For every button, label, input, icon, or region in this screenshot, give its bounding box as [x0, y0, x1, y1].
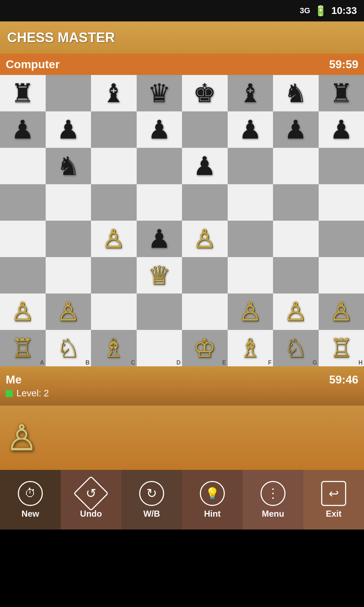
cell-A7[interactable]: ♟ [0, 111, 46, 148]
cell-D3[interactable]: ♕ [137, 257, 182, 294]
cell-D7[interactable]: ♟ [137, 111, 182, 148]
cell-B1[interactable]: B♘ [46, 330, 91, 366]
cell-C2[interactable] [91, 294, 137, 330]
cell-C1[interactable]: C♗ [91, 330, 137, 366]
cell-C7[interactable] [91, 111, 137, 148]
cell-E1[interactable]: E♔ [182, 330, 228, 366]
toolbar-btn-new[interactable]: ⏱New [0, 470, 61, 530]
cell-G8[interactable]: ♞ [273, 75, 319, 111]
cell-E8[interactable]: ♚ [182, 75, 228, 111]
cell-H7[interactable]: ♟ [319, 111, 364, 148]
cell-B8[interactable] [46, 75, 91, 111]
cell-E2[interactable] [182, 294, 228, 330]
piece-b-P-F7: ♟ [239, 117, 262, 142]
cell-G4[interactable] [273, 221, 319, 257]
file-label-D: D [176, 360, 181, 366]
cell-F3[interactable] [228, 257, 273, 294]
cell-D2[interactable] [137, 294, 182, 330]
cell-C5[interactable] [91, 184, 137, 221]
cell-B3[interactable] [46, 257, 91, 294]
cell-E6[interactable]: ♟ [182, 148, 228, 184]
cell-H5[interactable] [319, 184, 364, 221]
cell-B2[interactable]: ♙ [46, 294, 91, 330]
app-header: CHESS MASTER [0, 21, 364, 54]
computer-timer: 59:59 [329, 58, 358, 71]
cell-E3[interactable] [182, 257, 228, 294]
cell-C4[interactable]: ♙ [91, 221, 137, 257]
toolbar-icon-menu: ⋮ [267, 486, 279, 501]
status-bar: 3G 🔋 10:33 [0, 0, 364, 21]
cell-G5[interactable] [273, 184, 319, 221]
cell-B5[interactable] [46, 184, 91, 221]
cell-H1[interactable]: H♖ [319, 330, 364, 366]
toolbar-btn-hint[interactable]: 💡Hint [182, 470, 243, 530]
chess-board[interactable]: ♜♝♛♚♝♞♜♟♟♟♟♟♟♞♟♙♟♙♕♙♙♙♙♙A♖B♘C♗DE♔F♗G♘H♖ [0, 75, 364, 366]
cell-B7[interactable]: ♟ [46, 111, 91, 148]
toolbar-label-hint: Hint [204, 509, 221, 519]
toolbar-label-w/b: W/B [143, 509, 160, 519]
cell-A6[interactable] [0, 148, 46, 184]
file-label-F: F [268, 360, 272, 366]
piece-w-R-A1: ♖ [11, 335, 34, 361]
move-area: ♙ [0, 406, 364, 470]
toolbar-btn-undo[interactable]: ↺Undo [61, 470, 121, 530]
cell-F1[interactable]: F♗ [228, 330, 273, 366]
piece-b-P-E6: ♟ [193, 153, 216, 179]
cell-B6[interactable]: ♞ [46, 148, 91, 184]
piece-w-B-C1: ♗ [102, 335, 125, 361]
cell-C3[interactable] [91, 257, 137, 294]
cell-A4[interactable] [0, 221, 46, 257]
toolbar-icon-w/b: ↻ [146, 486, 157, 501]
piece-b-P-B7: ♟ [57, 117, 80, 142]
cell-F7[interactable]: ♟ [228, 111, 273, 148]
piece-b-P-D4: ♟ [148, 226, 171, 252]
cell-E4[interactable]: ♙ [182, 221, 228, 257]
toolbar-icon-hint: 💡 [205, 487, 219, 500]
cell-H6[interactable] [319, 148, 364, 184]
cell-A1[interactable]: A♖ [0, 330, 46, 366]
toolbar-btn-w/b[interactable]: ↻W/B [121, 470, 182, 530]
cell-F2[interactable]: ♙ [228, 294, 273, 330]
cell-F8[interactable]: ♝ [228, 75, 273, 111]
cell-E5[interactable] [182, 184, 228, 221]
file-label-H: H [358, 360, 363, 366]
info-panel: Me 59:46 Level: 2 [0, 366, 364, 406]
cell-A5[interactable] [0, 184, 46, 221]
file-label-E: E [222, 360, 226, 366]
cell-A3[interactable] [0, 257, 46, 294]
piece-b-K-E8: ♚ [193, 80, 216, 106]
cell-F6[interactable] [228, 148, 273, 184]
cell-H8[interactable]: ♜ [319, 75, 364, 111]
piece-w-P-A2: ♙ [11, 299, 34, 325]
cell-G6[interactable] [273, 148, 319, 184]
cell-G1[interactable]: G♘ [273, 330, 319, 366]
cell-D4[interactable]: ♟ [137, 221, 182, 257]
cell-F5[interactable] [228, 184, 273, 221]
cell-A2[interactable]: ♙ [0, 294, 46, 330]
toolbar-btn-exit[interactable]: ↩Exit [303, 470, 364, 530]
piece-b-P-G7: ♟ [284, 117, 307, 142]
cell-G2[interactable]: ♙ [273, 294, 319, 330]
cell-G7[interactable]: ♟ [273, 111, 319, 148]
cell-C6[interactable] [91, 148, 137, 184]
cell-D6[interactable] [137, 148, 182, 184]
piece-w-P-F2: ♙ [239, 299, 262, 325]
piece-b-R-H8: ♜ [330, 80, 353, 106]
cell-F4[interactable] [228, 221, 273, 257]
toolbar[interactable]: ⏱New↺Undo↻W/B💡Hint⋮Menu↩Exit [0, 470, 364, 530]
cell-H4[interactable] [319, 221, 364, 257]
cell-H3[interactable] [319, 257, 364, 294]
cell-D8[interactable]: ♛ [137, 75, 182, 111]
cell-A8[interactable]: ♜ [0, 75, 46, 111]
cell-G3[interactable] [273, 257, 319, 294]
cell-E7[interactable] [182, 111, 228, 148]
piece-b-B-F8: ♝ [239, 80, 262, 106]
piece-b-R-A8: ♜ [11, 80, 34, 106]
cell-D5[interactable] [137, 184, 182, 221]
piece-b-B-C8: ♝ [102, 80, 125, 106]
cell-C8[interactable]: ♝ [91, 75, 137, 111]
toolbar-btn-menu[interactable]: ⋮Menu [243, 470, 303, 530]
cell-B4[interactable] [46, 221, 91, 257]
cell-D1[interactable]: D [137, 330, 182, 366]
cell-H2[interactable]: ♙ [319, 294, 364, 330]
